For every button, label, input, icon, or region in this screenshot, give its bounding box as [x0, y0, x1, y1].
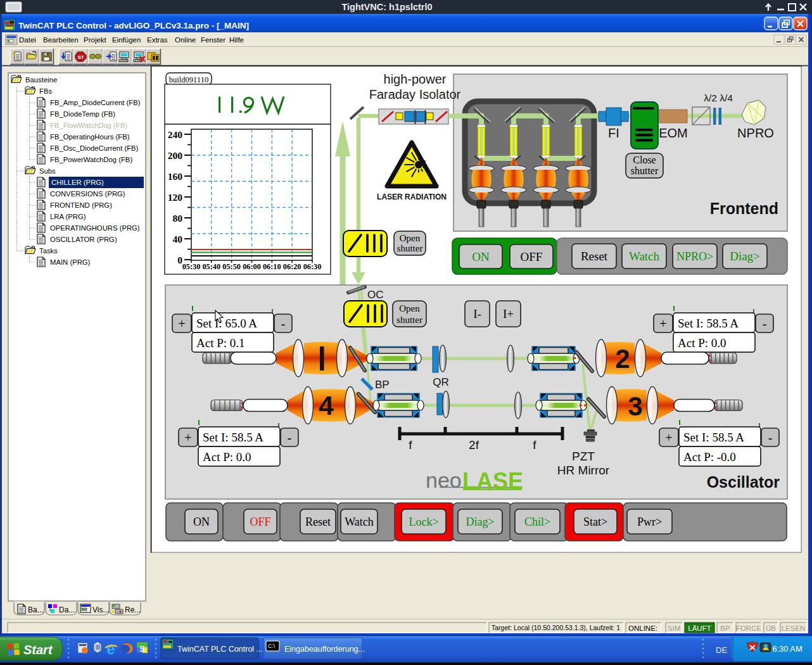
svg-text:Set I: 58.5 A: Set I: 58.5 A	[678, 317, 739, 330]
svg-text:Vis...: Vis...	[92, 605, 109, 614]
svg-text:MAIN (PRG): MAIN (PRG)	[50, 258, 91, 266]
svg-text:+: +	[665, 431, 672, 445]
svg-text:LESEN: LESEN	[782, 624, 806, 632]
svg-text:05:30: 05:30	[182, 262, 201, 271]
svg-text:TightVNC: h1pslctrl0: TightVNC: h1pslctrl0	[341, 2, 432, 12]
svg-text:FB_Osc_DiodeCurrent (FB): FB_Osc_DiodeCurrent (FB)	[50, 144, 139, 152]
svg-text:Set I: 58.5 A: Set I: 58.5 A	[203, 431, 263, 444]
svg-text:LÄUFT: LÄUFT	[688, 624, 711, 632]
svg-text:Oscillator: Oscillator	[707, 473, 780, 491]
svg-text:Online: Online	[175, 36, 196, 44]
svg-text:CONVERSIONS (PRG): CONVERSIONS (PRG)	[50, 190, 125, 198]
svg-text:06:10: 06:10	[263, 262, 281, 271]
svg-text:BP: BP	[375, 379, 390, 391]
svg-text:3: 3	[628, 391, 642, 421]
svg-text:FB_PowerWatchDog (FB): FB_PowerWatchDog (FB)	[50, 156, 132, 163]
svg-text:Eingabeaufforderung...: Eingabeaufforderung...	[284, 645, 365, 654]
svg-text:Act P: -0.0: Act P: -0.0	[683, 450, 736, 464]
svg-text:Watch: Watch	[629, 250, 660, 263]
svg-text:shutter: shutter	[631, 165, 659, 176]
svg-text:Chil>: Chil>	[524, 516, 550, 528]
svg-text:NPRO: NPRO	[737, 126, 774, 140]
svg-text:Datei: Datei	[19, 36, 36, 44]
svg-text:FORCE: FORCE	[736, 624, 762, 632]
svg-text:HR Mirror: HR Mirror	[557, 464, 610, 477]
svg-text:Tasks: Tasks	[39, 247, 58, 255]
svg-text:Act P: 0.0: Act P: 0.0	[678, 336, 726, 350]
svg-text:Subs: Subs	[39, 167, 56, 175]
svg-text:EOM: EOM	[659, 126, 688, 140]
svg-text:Close: Close	[633, 155, 656, 165]
svg-text:Bearbeiten: Bearbeiten	[43, 36, 79, 44]
svg-text:200: 200	[168, 150, 183, 161]
svg-text:OC: OC	[367, 289, 384, 301]
svg-text:06:20: 06:20	[283, 262, 301, 271]
svg-text:S: S	[139, 644, 145, 654]
svg-text:Lock>: Lock>	[409, 516, 438, 528]
svg-text:Reset: Reset	[305, 516, 331, 528]
svg-text:Bausteine: Bausteine	[25, 76, 57, 84]
svg-text:Open: Open	[399, 303, 420, 314]
svg-text:Ba...: Ba...	[28, 605, 44, 614]
svg-text:Einfügen: Einfügen	[112, 36, 141, 44]
svg-text:CHILLER (PRG): CHILLER (PRG)	[51, 179, 104, 186]
svg-text:OPERATINGHOURS (PRG): OPERATINGHOURS (PRG)	[50, 224, 140, 232]
svg-text:Diag>: Diag>	[466, 516, 494, 528]
svg-text:I+: I+	[503, 307, 514, 320]
svg-text:high-power: high-power	[384, 72, 447, 86]
svg-text:DE: DE	[716, 645, 727, 655]
svg-text:Projekt: Projekt	[84, 36, 107, 44]
svg-text:LASER RADIATION: LASER RADIATION	[377, 193, 447, 201]
svg-text:BP: BP	[720, 624, 730, 632]
svg-text:160: 160	[168, 171, 183, 182]
svg-text:+: +	[659, 317, 666, 331]
svg-text:shutter: shutter	[397, 243, 423, 253]
svg-text:Stat>: Stat>	[583, 516, 607, 528]
svg-text:FBs: FBs	[39, 87, 52, 95]
svg-text:-: -	[288, 431, 292, 445]
svg-text:Pwr>: Pwr>	[637, 516, 662, 528]
svg-text:ON: ON	[193, 516, 210, 528]
svg-text:+: +	[184, 431, 191, 445]
svg-text:build091110: build091110	[169, 75, 208, 84]
svg-text:Diag>: Diag>	[730, 250, 760, 263]
svg-text:240: 240	[168, 129, 183, 140]
svg-text:e: e	[106, 640, 115, 657]
svg-text:Set I: 58.5 A: Set I: 58.5 A	[683, 431, 744, 444]
svg-text:SIM: SIM	[668, 624, 680, 632]
svg-text:06:00: 06:00	[243, 262, 261, 271]
svg-text:Frontend: Frontend	[710, 200, 778, 217]
svg-text:ÜB: ÜB	[766, 624, 776, 632]
svg-text:ONLINE:: ONLINE:	[628, 624, 657, 632]
svg-text:05:50: 05:50	[222, 262, 241, 271]
svg-text:shutter: shutter	[396, 315, 422, 325]
svg-text:Open: Open	[400, 233, 421, 243]
svg-text:TwinCAT PLC Control ...: TwinCAT PLC Control ...	[177, 645, 263, 654]
svg-text:Re...: Re...	[125, 605, 141, 614]
svg-text:Watch: Watch	[345, 516, 374, 528]
svg-text:OFF: OFF	[250, 516, 270, 528]
svg-text:-: -	[763, 317, 767, 331]
svg-text:Start: Start	[23, 643, 53, 657]
svg-text:-: -	[281, 317, 286, 331]
svg-text:2f: 2f	[469, 438, 479, 452]
svg-text:C:\: C:\	[268, 643, 276, 649]
svg-text:Fenster: Fenster	[201, 36, 225, 44]
svg-text:Set I: 65.0 A: Set I: 65.0 A	[196, 317, 257, 330]
svg-text:6:30 AM: 6:30 AM	[772, 644, 802, 654]
svg-text:Reset: Reset	[581, 250, 608, 263]
svg-text:NPRO>: NPRO>	[676, 250, 713, 263]
svg-text:Da...: Da...	[59, 605, 75, 614]
svg-text:LRA (PRG): LRA (PRG)	[50, 213, 86, 220]
svg-text:Target: Local (10.50.200.53.1.: Target: Local (10.50.200.53.1.3), Laufze…	[492, 624, 620, 631]
svg-text:QR: QR	[433, 376, 449, 388]
svg-text:80: 80	[173, 213, 183, 224]
svg-text:I-: I-	[473, 307, 481, 320]
svg-text:FRONTEND (PRG): FRONTEND (PRG)	[50, 201, 112, 209]
svg-text:2: 2	[615, 344, 630, 374]
svg-text:PZT: PZT	[572, 450, 595, 463]
svg-text:4: 4	[319, 391, 334, 421]
svg-text:λ/2 λ/4: λ/2 λ/4	[704, 92, 733, 103]
svg-text:OFF: OFF	[521, 250, 543, 263]
svg-text:120: 120	[168, 192, 183, 203]
